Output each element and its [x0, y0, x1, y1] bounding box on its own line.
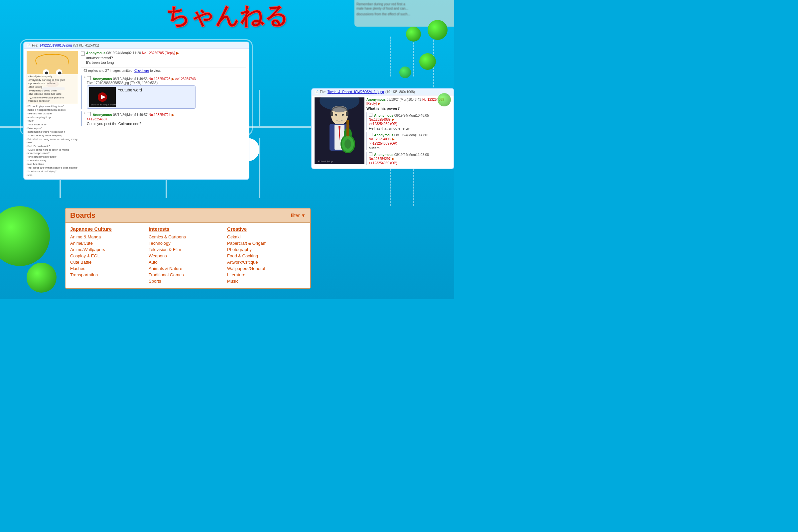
svg-point-28	[344, 139, 351, 149]
item-technology[interactable]: Technology	[149, 241, 224, 246]
t2-r3-user: Anonymous	[374, 153, 393, 157]
post1-num: No.123250705	[142, 51, 164, 55]
post2-date: 08/19/24(Mon)11:49:53	[113, 77, 148, 81]
svg-rect-25	[346, 112, 348, 116]
item-photography[interactable]: Photography	[227, 247, 302, 252]
t2-r3-num: No.123254297	[369, 157, 391, 160]
item-trad-games[interactable]: Traditional Games	[149, 272, 224, 277]
col-interests: Interests Comics & Cartoons Technology T…	[149, 226, 227, 285]
t2-r3-date: 08/19/24(Mon)11:08:08	[394, 153, 429, 157]
t2-r2-user: Anonymous	[374, 133, 393, 137]
t2-r1-checkbox[interactable]	[369, 113, 373, 117]
t2-post1-date: 08/19/24(Mon)10:43:43	[387, 98, 421, 101]
vert-connector-3	[259, 90, 260, 126]
item-oekaki[interactable]: Oekaki	[227, 234, 302, 240]
youtube-thumb: you know the song is amazing when you	[89, 87, 116, 107]
svg-text:you know the song is amazing w: you know the song is amazing when you	[91, 104, 116, 106]
site-title: ちゃんねる	[166, 0, 289, 32]
item-anime-manga[interactable]: Anime & Manga	[70, 234, 145, 240]
post2-arrow[interactable]: ▶	[172, 77, 174, 81]
t2-r3-arrow[interactable]: ▶	[392, 157, 394, 160]
musician-photo: Robert Fripp	[315, 97, 364, 164]
svg-text:Robert Fripp: Robert Fripp	[318, 160, 333, 163]
item-anime-wallpapers[interactable]: Anime/Wallpapers	[70, 247, 145, 252]
item-music[interactable]: Music	[227, 279, 302, 284]
col-creative: Creative Oekaki Papercraft & Origami Pho…	[227, 226, 306, 285]
post1-date: 08/19/24(Mon)02:11:20	[107, 51, 141, 55]
green-blob-medium	[26, 263, 57, 292]
boards-panel: Boards filter ▼ Japanese Culture Anime &…	[65, 208, 311, 289]
thread2-file-size: (191 KB, 800x1068)	[385, 90, 415, 94]
col-japanese-header: Japanese Culture	[70, 226, 145, 232]
thread2-file-label: File:	[320, 90, 326, 94]
t2-r1-arrow[interactable]: ▶	[392, 117, 394, 121]
t2-r3-checkbox[interactable]	[369, 152, 373, 156]
item-animals[interactable]: Animals & Nature	[149, 266, 224, 271]
item-cosplay[interactable]: Cosplay & EGL	[70, 253, 145, 258]
post1-text2: It's been too long	[86, 60, 179, 64]
post3-num: No.123254724	[149, 113, 171, 117]
post2-user: Anonymous	[93, 77, 112, 81]
post2-file: File: 1701028838058538.jpg (79 KB, 1080x…	[87, 81, 195, 85]
t2-r1-ref[interactable]: >>123254069 (OP)	[369, 122, 397, 126]
post2-quote-box: you know the song is amazing when you Yo…	[87, 86, 195, 109]
click-here-link[interactable]: Click here	[134, 69, 149, 73]
col-japanese: Japanese Culture Anime & Manga Anime/Cut…	[70, 226, 149, 285]
item-flashes[interactable]: Flashes	[70, 266, 145, 271]
t2-r2-checkbox[interactable]	[369, 133, 373, 136]
post3-ref[interactable]: >>123254687	[87, 117, 108, 121]
t2-r2-date: 08/19/24(Mon)10:47:01	[394, 133, 429, 137]
t2-post1-user: Anonymous	[366, 98, 386, 101]
item-comics[interactable]: Comics & Cartoons	[149, 234, 224, 240]
green-blob-2	[406, 26, 421, 41]
item-sports[interactable]: Sports	[149, 279, 224, 284]
post3-date: 08/19/24(Mon)11:49:57	[113, 113, 148, 117]
t2-post1-text: What is his power?	[366, 107, 451, 110]
item-wallpapers[interactable]: Wallpapers/General	[227, 266, 302, 271]
t2-post1-reply[interactable]: [Reply]	[366, 102, 377, 106]
post2-checkbox[interactable]	[87, 76, 91, 80]
post1-arrow[interactable]: ▶	[176, 51, 179, 55]
thread2-header: 📄 File: Toyah_&_Robert_IOW230624_(...).j…	[312, 89, 454, 95]
col-creative-header: Creative	[227, 226, 302, 232]
post1-checkbox[interactable]	[81, 52, 85, 56]
boards-header: Boards filter ▼	[65, 208, 310, 223]
t2-r3-ref[interactable]: >>123254069 (OP)	[369, 161, 397, 165]
boards-filter[interactable]: filter ▼	[291, 213, 306, 218]
post3-user: Anonymous	[93, 113, 112, 117]
item-papercraft[interactable]: Papercraft & Origami	[227, 241, 302, 246]
post1-reply[interactable]: [Reply]	[165, 51, 175, 55]
t2-post1-arrow[interactable]: ▶	[378, 101, 380, 106]
item-weapons[interactable]: Weapons	[149, 253, 224, 258]
t2-r2-ref[interactable]: >>123254069 (OP)	[369, 141, 397, 145]
item-artwork[interactable]: Artwork/Critique	[227, 260, 302, 265]
item-anime-cute[interactable]: Anime/Cute	[70, 241, 145, 246]
thread1-file-size: (53 KB, 412x491)	[73, 43, 99, 47]
item-auto[interactable]: Auto	[149, 260, 224, 265]
post3-arrow[interactable]: ▶	[172, 113, 174, 117]
svg-point-23	[342, 114, 344, 116]
post2-text: Youtube word	[118, 88, 142, 92]
thread2-card: 📄 File: Toyah_&_Robert_IOW230624_(...).j…	[311, 88, 454, 169]
item-transportation[interactable]: Transportation	[70, 272, 145, 277]
t2-r1-user: Anonymous	[374, 114, 393, 117]
t2-r1-num: No.123254089	[369, 118, 391, 121]
item-cute-battle[interactable]: Cute Battle	[70, 260, 145, 265]
omitted-line: 43 replies and 27 images omitted. Click …	[81, 67, 246, 74]
svg-rect-24	[330, 112, 333, 116]
post2-num: No.123254723	[149, 77, 171, 81]
thread1-file-link[interactable]: 14922281988189.png	[40, 43, 72, 47]
item-tv-film[interactable]: Television & Film	[149, 247, 224, 252]
thread2-file-link[interactable]: Toyah_&_Robert_IOW230624_(...).jpg	[327, 90, 384, 94]
svg-rect-21	[346, 120, 349, 138]
thread1-card: 📄 File: 14922281988189.png (53 KB, 412x4…	[23, 41, 249, 180]
post3-checkbox[interactable]	[87, 112, 91, 116]
dashed-v-2	[413, 37, 414, 76]
green-blob-4	[399, 66, 411, 78]
post2-ref[interactable]: >>123254743	[175, 77, 196, 81]
boards-title: Boards	[70, 211, 95, 220]
item-literature[interactable]: Literature	[227, 272, 302, 277]
thread1-header: 📄 File: 14922281988189.png (53 KB, 412x4…	[24, 42, 249, 49]
t2-r2-arrow[interactable]: ▶	[392, 137, 394, 141]
item-food[interactable]: Food & Cooking	[227, 253, 302, 258]
